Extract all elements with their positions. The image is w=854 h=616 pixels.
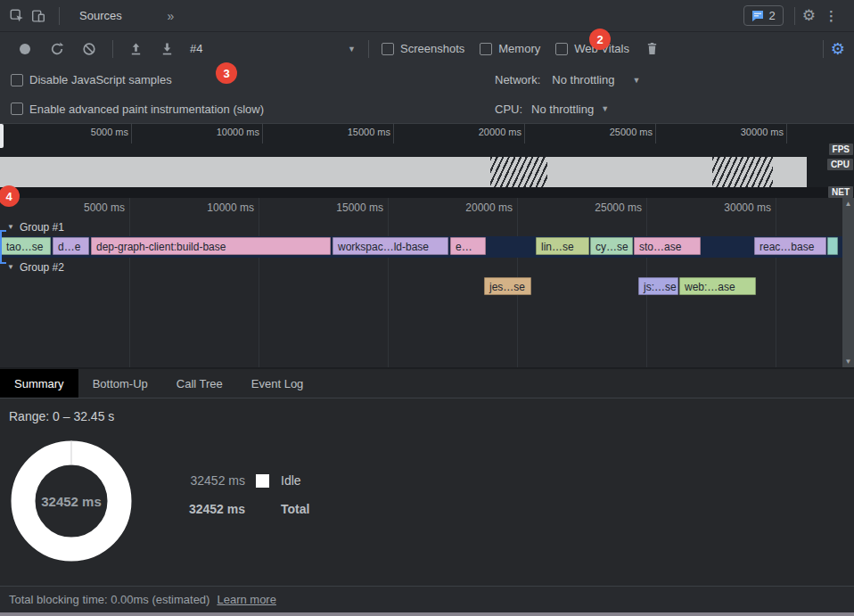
disable-js-samples-checkbox[interactable]: Disable JavaScript samples	[11, 73, 172, 86]
legend-value: 32452 ms	[183, 473, 245, 488]
profile-select[interactable]: #4 ▼	[190, 42, 356, 55]
summary-pane: Range: 0 – 32.45 s 32452 ms 32452 ms Idl…	[0, 398, 854, 586]
details-tabbar: Summary Bottom-Up Call Tree Event Log	[0, 367, 854, 398]
kebab-menu-icon[interactable]: ⋮	[816, 8, 847, 24]
net-track-label: NET	[828, 186, 853, 198]
chevron-down-icon: ▼	[348, 45, 356, 53]
range-text: Range: 0 – 32.45 s	[9, 409, 114, 423]
inspect-element-icon[interactable]	[9, 8, 25, 24]
tbt-text: Total blocking time: 0.00ms (estimated)	[9, 593, 209, 606]
overview-ruler: 5000 ms 10000 ms 15000 ms 20000 ms 25000…	[0, 124, 854, 157]
notification-badge[interactable]: 3	[216, 62, 237, 84]
tabbar-right-cluster: 2 ⚙ ⋮	[743, 5, 854, 26]
advanced-paint-checkbox[interactable]: Enable advanced paint instrumentation (s…	[11, 103, 264, 116]
record-button[interactable]	[11, 44, 41, 54]
flame-chart-event[interactable]: js:…se	[638, 277, 678, 295]
fps-track-label: FPS	[829, 144, 853, 155]
divider	[112, 40, 113, 58]
profile-select-value: #4	[190, 42, 202, 55]
device-toolbar-icon[interactable]	[30, 8, 46, 24]
settings-gear-icon[interactable]: ⚙	[802, 8, 816, 23]
disable-js-samples-label: Disable JavaScript samples	[29, 73, 172, 86]
divider	[823, 40, 824, 58]
timeline-overview[interactable]: 5000 ms 10000 ms 15000 ms 20000 ms 25000…	[0, 124, 854, 198]
time-breakdown-donut: 32452 ms	[11, 440, 132, 562]
cpu-throttling-control: CPU: No throttling ▼	[495, 103, 609, 116]
flame-chart-event[interactable]: reac…base	[754, 237, 826, 255]
details-tab[interactable]: Summary	[0, 369, 78, 398]
group-2-label: Group #2	[20, 261, 64, 274]
network-throttling-label: Network:	[495, 73, 540, 86]
vertical-scrollbar[interactable]: ▲ ▼	[842, 198, 854, 367]
chat-bubble-icon	[751, 10, 764, 22]
toolbar-checkbox[interactable]: Screenshots	[382, 42, 464, 55]
selection-bracket	[0, 230, 6, 264]
more-tabs-chevron[interactable]: »	[158, 9, 183, 23]
chevron-down-icon[interactable]: ▼	[632, 76, 640, 85]
clear-recording-icon[interactable]	[73, 42, 105, 56]
learn-more-link[interactable]: Learn more	[217, 593, 275, 606]
delete-recording-icon[interactable]	[645, 42, 667, 55]
group-2-header[interactable]: ▼ Group #2	[0, 258, 854, 276]
overview-tick: 20000 ms	[524, 124, 525, 144]
group-2-track: jes…se js:…se web:…ase	[0, 276, 854, 298]
overview-window-left-handle[interactable]	[0, 124, 4, 148]
checkbox-icon	[555, 43, 568, 55]
legend-value: 32452 ms	[183, 502, 245, 516]
divider	[794, 7, 795, 25]
load-profile-icon[interactable]	[120, 42, 152, 56]
legend-label: Total	[281, 502, 309, 516]
details-tab[interactable]: Bottom-Up	[78, 369, 162, 398]
checkbox-icon	[480, 43, 492, 55]
reload-and-record-button[interactable]	[41, 42, 73, 56]
flame-chart[interactable]: 5000 ms 10000 ms 15000 ms 20000 ms 25000…	[0, 198, 854, 367]
scroll-down-icon[interactable]: ▼	[845, 357, 852, 365]
network-throttling-value[interactable]: No throttling	[552, 73, 614, 86]
panel-tab[interactable]: Sources	[67, 0, 158, 32]
flame-chart-event[interactable]: sto…ase	[634, 237, 701, 255]
overview-tick: 15000 ms	[393, 124, 394, 144]
overview-tick: 10000 ms	[262, 124, 263, 144]
disclosure-triangle-icon: ▼	[7, 223, 14, 231]
flame-chart-event[interactable]: d…e	[53, 237, 89, 255]
messages-count: 2	[769, 9, 776, 22]
overview-tick: 25000 ms	[655, 124, 656, 144]
flame-chart-event[interactable]: dep-graph-client:build-base	[91, 237, 331, 255]
network-throttling-control: Network: No throttling ▼	[495, 73, 640, 86]
toolbar-checkbox[interactable]: Memory	[480, 42, 540, 55]
capture-options-row-2: Enable advanced paint instrumentation (s…	[0, 94, 854, 124]
checkbox-icon	[11, 103, 23, 115]
disclosure-triangle-icon: ▼	[7, 263, 14, 271]
tabbar-lead-icons	[0, 7, 67, 25]
cpu-throttling-label: CPU:	[495, 103, 522, 116]
details-tab[interactable]: Event Log	[237, 369, 318, 398]
total-blocking-time-bar: Total blocking time: 0.00ms (estimated) …	[0, 586, 854, 612]
overview-tick: 5000 ms	[131, 124, 132, 144]
flame-chart-event[interactable]: lin…se	[536, 237, 589, 255]
flame-chart-event[interactable]: web:…ase	[679, 277, 756, 295]
flame-chart-event[interactable]: jes…se	[484, 277, 531, 295]
capture-options-row-1: Disable JavaScript samples Network: No t…	[0, 65, 854, 94]
donut-legend: 32452 ms Idle 32452 ms Total	[183, 473, 309, 516]
cpu-track-label: CPU	[827, 159, 853, 170]
donut-total-label: 32452 ms	[11, 440, 132, 562]
legend-label: Idle	[281, 473, 309, 488]
chevron-down-icon[interactable]: ▼	[601, 104, 609, 113]
checkbox-icon	[11, 74, 23, 86]
messages-button[interactable]: 2	[743, 5, 784, 26]
details-tab[interactable]: Call Tree	[162, 369, 237, 398]
capture-settings-gear-icon[interactable]: ⚙	[831, 41, 845, 57]
group-1-header[interactable]: ▼ Group #1	[0, 218, 854, 236]
save-profile-icon[interactable]	[152, 42, 183, 56]
notification-badge[interactable]: 2	[589, 29, 611, 50]
performance-toolbar: #4 ▼ Screenshots Memory Web Vitals ⚙	[0, 32, 854, 65]
flame-chart-event[interactable]: workspac…ld-base	[333, 237, 448, 255]
flame-chart-event[interactable]: tao…se	[1, 237, 51, 255]
window-bottom-edge	[0, 612, 854, 616]
scroll-up-icon[interactable]: ▲	[845, 200, 852, 208]
flame-chart-event[interactable]: cy…se	[590, 237, 633, 255]
flame-chart-event[interactable]: e…	[450, 237, 486, 255]
flame-chart-event[interactable]	[827, 237, 838, 255]
overview-tick: 30000 ms	[786, 124, 787, 144]
cpu-throttling-value[interactable]: No throttling	[531, 103, 594, 116]
